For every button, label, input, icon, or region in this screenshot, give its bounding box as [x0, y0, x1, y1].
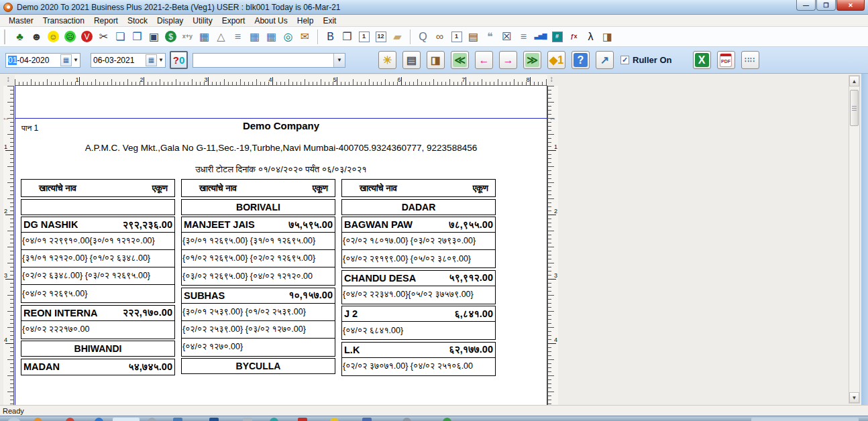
- start-orb[interactable]: [7, 418, 21, 421]
- toolbar-grip[interactable]: [4, 29, 7, 44]
- page-one-button[interactable]: 1: [356, 29, 372, 45]
- query-zero-button[interactable]: ?0: [170, 51, 188, 69]
- left-ruler-resize-handle-icon[interactable]: ↕: [6, 75, 10, 83]
- comment-icon: ❝: [487, 32, 493, 42]
- taskbar-icon-teal[interactable]: [270, 418, 278, 421]
- scroll-down-button[interactable]: ▼: [849, 392, 859, 403]
- window-calendar-button[interactable]: ▣: [146, 29, 162, 45]
- date-from-dropdown-icon[interactable]: ▼: [72, 57, 80, 63]
- books-add-button[interactable]: ▤: [466, 29, 481, 45]
- menu-item-transaction[interactable]: Transaction: [38, 15, 89, 26]
- database-search-button[interactable]: Q: [415, 29, 431, 45]
- menu-item-stock[interactable]: Stock: [123, 15, 152, 26]
- database-button[interactable]: ≡: [230, 29, 246, 45]
- first-record-button[interactable]: ≪: [451, 51, 469, 69]
- taskbar-icon-navy[interactable]: [209, 418, 219, 421]
- exit-door-button[interactable]: ◨: [600, 29, 615, 45]
- taskbar-icon-silver[interactable]: [243, 418, 252, 421]
- previous-record-button[interactable]: ←: [475, 51, 493, 69]
- add-items-button[interactable]: ❒: [129, 29, 145, 45]
- happy-face-button[interactable]: ☺: [46, 29, 61, 45]
- taskbar-icon-steel[interactable]: [173, 418, 182, 421]
- function-button[interactable]: ƒx: [566, 29, 582, 45]
- calendar-grid-button[interactable]: ▦: [197, 29, 212, 45]
- ruler-checkbox[interactable]: ✓: [620, 56, 629, 64]
- taskbar-icon-darkred[interactable]: [298, 418, 307, 421]
- servers-button[interactable]: ≡: [516, 29, 531, 45]
- menu-item-master[interactable]: Master: [4, 15, 38, 26]
- scissors-button[interactable]: ✂: [96, 29, 111, 45]
- date-to-calendar-icon[interactable]: ▦: [146, 54, 157, 66]
- run-button[interactable]: λ: [583, 29, 598, 45]
- account-combobox[interactable]: ▼: [193, 53, 345, 68]
- document-one-button[interactable]: 1: [449, 29, 464, 45]
- notepad-cancel-button[interactable]: ☒: [499, 29, 514, 45]
- find-document-button[interactable]: ❏: [113, 29, 128, 45]
- money-bag-button[interactable]: $: [163, 29, 178, 45]
- menu-item-utility[interactable]: Utility: [188, 15, 217, 26]
- menu-item-exit[interactable]: Exit: [318, 15, 341, 26]
- detective-button[interactable]: ☻: [29, 29, 44, 45]
- pdf-export-button[interactable]: PDF: [717, 51, 735, 69]
- taskbar-tray[interactable]: [751, 418, 859, 421]
- minimize-button[interactable]: —: [796, 0, 816, 11]
- menu-item-export[interactable]: Export: [217, 15, 250, 26]
- taskbar-icon-blue[interactable]: [95, 418, 103, 421]
- taskbar-icon-red[interactable]: [66, 418, 74, 421]
- next-record-button[interactable]: →: [499, 51, 517, 69]
- date-to-dropdown-icon[interactable]: ▼: [157, 57, 165, 63]
- pages-button[interactable]: ❐: [339, 29, 355, 45]
- right-margin-drag-handle-icon[interactable]: ↔: [549, 113, 557, 121]
- table-button[interactable]: ▦: [247, 29, 262, 45]
- last-record-button[interactable]: ≫: [523, 51, 541, 69]
- menu-item-display[interactable]: Display: [152, 15, 188, 26]
- books-add-icon: ▤: [468, 32, 478, 42]
- taskbar-icon-yellow[interactable]: [330, 418, 339, 421]
- bold-button[interactable]: B: [323, 29, 338, 45]
- calculator-button[interactable]: #: [549, 29, 565, 45]
- date-from-field[interactable]: 01-04-2020 ▦ ▼: [5, 53, 80, 68]
- sundial-button[interactable]: △: [213, 29, 229, 45]
- eraser-button[interactable]: ▰: [390, 29, 405, 45]
- sad-face-button[interactable]: ☹: [62, 29, 78, 45]
- taskbar-app-active[interactable]: [113, 418, 140, 421]
- combobox-dropdown-icon[interactable]: ▼: [333, 54, 345, 67]
- taskbar-icon-orange[interactable]: [34, 418, 42, 421]
- bar-chart-button[interactable]: ▃▅▇: [533, 29, 548, 45]
- taskbar-icon-green[interactable]: [443, 418, 451, 421]
- excel-export-button[interactable]: X: [693, 51, 711, 69]
- print-button[interactable]: ▤: [402, 51, 421, 69]
- menu-item-help[interactable]: Help: [292, 15, 319, 26]
- left-margin-drag-handle-icon[interactable]: ↔: [2, 113, 10, 121]
- comment-button[interactable]: ❝: [482, 29, 498, 45]
- scrollbar-thumb[interactable]: [850, 90, 859, 126]
- tip-bulb-button[interactable]: ☀: [378, 51, 396, 69]
- mail-export-button[interactable]: ✉: [297, 29, 313, 45]
- taskbar-icon-blue2[interactable]: [362, 418, 372, 421]
- close-button[interactable]: ✕: [836, 0, 865, 11]
- menu-item-about-us[interactable]: About Us: [250, 15, 292, 26]
- glasses-add-button[interactable]: ∞: [432, 29, 447, 45]
- close-door-button[interactable]: ◨: [427, 51, 445, 69]
- grid-pattern-button[interactable]: ∷∷: [741, 51, 759, 69]
- vertical-scrollbar[interactable]: ▲ ▼: [849, 75, 860, 404]
- taskbar-icon-gray[interactable]: [148, 418, 156, 421]
- cd-truck-button[interactable]: ◎: [280, 29, 296, 45]
- menu-item-report[interactable]: Report: [89, 15, 123, 26]
- date-from-calendar-icon[interactable]: ▦: [60, 54, 72, 66]
- restore-button[interactable]: ❐: [816, 0, 836, 11]
- top-margin-line[interactable]: [15, 118, 547, 119]
- export-view-button[interactable]: ↗: [596, 51, 614, 69]
- page-onetwo-button[interactable]: 12: [373, 29, 388, 45]
- lamp-one-button[interactable]: ◆1: [547, 51, 565, 69]
- right-ruler-resize-handle-icon[interactable]: ↕: [549, 75, 553, 83]
- date-to-field[interactable]: 06-03-2021 ▦ ▼: [91, 53, 166, 68]
- table-alt-button[interactable]: ▦: [264, 29, 279, 45]
- formula-button[interactable]: x+y: [180, 29, 195, 45]
- mask-button[interactable]: V: [79, 29, 95, 45]
- windows-taskbar[interactable]: [0, 416, 868, 421]
- taskbar-icon-gray2[interactable]: [402, 418, 411, 421]
- palm-tree-button[interactable]: ♣: [12, 29, 28, 45]
- help-button[interactable]: ?: [572, 51, 590, 69]
- scroll-up-button[interactable]: ▲: [849, 76, 859, 86]
